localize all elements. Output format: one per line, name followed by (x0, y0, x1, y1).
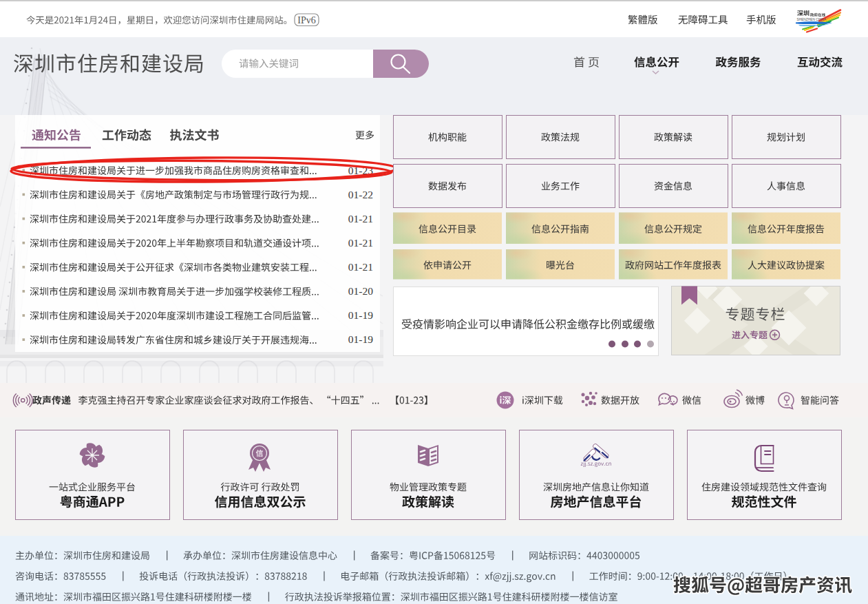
svg-text:01-19: 01-19 (348, 333, 373, 345)
svg-text:01-20: 01-20 (348, 285, 373, 297)
svg-text:01-21: 01-21 (348, 237, 373, 249)
svg-text:IPv6: IPv6 (297, 15, 315, 25)
svg-text:01-22: 01-22 (348, 189, 373, 200)
svg-text:SHENZHEN CHINA: SHENZHEN CHINA (797, 18, 827, 21)
svg-text:01-21: 01-21 (348, 261, 373, 273)
svg-text:01-21: 01-21 (348, 213, 373, 225)
svg-text:01-19: 01-19 (348, 309, 373, 321)
